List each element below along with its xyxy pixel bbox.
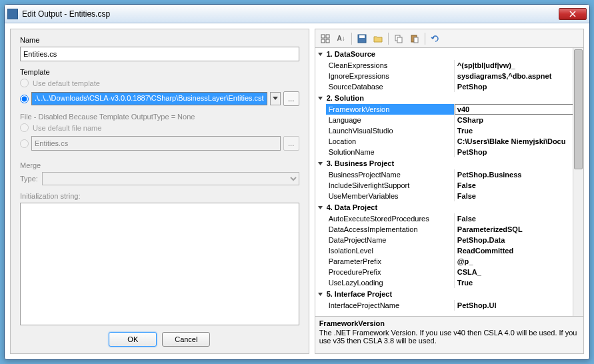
button-row: OK Cancel <box>20 332 299 347</box>
prop-parameterprefix[interactable]: ParameterPrefix <box>326 256 455 267</box>
undo-button[interactable] <box>428 31 443 46</box>
category-datasource[interactable]: 1. DataSource <box>315 48 583 60</box>
prop-cleanexpressions-value[interactable]: ^(sp|tbl|udf|vw)_ <box>455 60 583 71</box>
prop-launchvisualstudio[interactable]: LaunchVisualStudio <box>326 125 455 136</box>
prop-interfaceprojectname[interactable]: InterfaceProjectName <box>326 300 455 311</box>
window-title: Edit Output - Entities.csp <box>22 9 559 19</box>
collapse-icon[interactable] <box>317 291 324 298</box>
category-solution[interactable]: 2. Solution <box>315 92 583 104</box>
svg-rect-9 <box>414 37 418 43</box>
prop-uselazyloading[interactable]: UseLazyLoading <box>326 277 455 288</box>
template-path-radio[interactable] <box>20 95 29 103</box>
save-icon <box>357 34 367 43</box>
svg-rect-1 <box>326 35 329 38</box>
scrollbar[interactable] <box>573 48 583 316</box>
toolbar-separator <box>425 33 425 45</box>
name-input[interactable] <box>20 47 299 61</box>
template-dropdown[interactable] <box>270 92 281 105</box>
svg-rect-5 <box>359 35 365 38</box>
open-button[interactable] <box>371 31 385 46</box>
file-path-row: ... <box>20 136 299 151</box>
description-title: FrameworkVersion <box>319 319 579 327</box>
init-textarea <box>20 203 299 325</box>
prop-usemembervariables[interactable]: UseMemberVariables <box>326 191 455 201</box>
prop-uselazyloading-value[interactable]: True <box>455 277 583 288</box>
toolbar-separator <box>388 33 389 45</box>
collapse-icon[interactable] <box>317 204 324 211</box>
prop-procedureprefix[interactable]: ProcedurePrefix <box>326 267 455 277</box>
prop-cleanexpressions[interactable]: CleanExpressions <box>326 60 455 71</box>
prop-includesilverlight-value[interactable]: False <box>455 180 583 191</box>
prop-sourcedatabase-value[interactable]: PetShop <box>455 81 583 92</box>
prop-solutionname-value[interactable]: PetShop <box>455 147 583 157</box>
paste-button[interactable] <box>407 31 422 46</box>
categorized-icon <box>321 34 330 43</box>
prop-dataaccessimpl[interactable]: DataAccessImplementation <box>326 224 455 235</box>
prop-language[interactable]: Language <box>326 115 455 125</box>
prop-isolationlevel-value[interactable]: ReadCommitted <box>455 245 583 256</box>
close-button[interactable] <box>559 8 587 20</box>
property-grid[interactable]: 1. DataSource CleanExpressions^(sp|tbl|u… <box>315 48 583 316</box>
template-browse-button[interactable]: ... <box>283 91 299 106</box>
cancel-button[interactable]: Cancel <box>162 332 210 347</box>
svg-rect-0 <box>321 35 325 38</box>
scrollbar-thumb[interactable] <box>574 49 583 169</box>
prop-includesilverlight[interactable]: IncludeSilverlightSupport <box>326 180 455 191</box>
prop-interfaceprojectname-value[interactable]: PetShop.UI <box>455 300 583 311</box>
prop-parameterprefix-value[interactable]: @p_ <box>455 256 583 267</box>
prop-dataaccessimpl-value[interactable]: ParameterizedSQL <box>455 224 583 235</box>
prop-businessprojectname-value[interactable]: PetShop.Business <box>455 169 583 180</box>
file-section-label: File - Disabled Because Template OutputT… <box>20 113 299 121</box>
save-button[interactable] <box>355 31 369 46</box>
categorized-button[interactable] <box>318 31 333 46</box>
collapse-icon[interactable] <box>317 95 324 102</box>
category-dataproject[interactable]: 4. Data Project <box>315 201 583 213</box>
prop-dataprojectname[interactable]: DataProjectName <box>326 235 455 245</box>
chevron-down-icon <box>273 97 278 101</box>
collapse-icon[interactable] <box>317 51 324 58</box>
undo-icon <box>431 34 440 43</box>
prop-isolationlevel[interactable]: IsolationLevel <box>326 245 455 256</box>
prop-launchvisualstudio-value[interactable]: True <box>455 125 583 136</box>
prop-solutionname[interactable]: SolutionName <box>326 147 455 157</box>
prop-autoexecsp[interactable]: AutoExecuteStoredProcedures <box>326 213 455 224</box>
copy-button[interactable] <box>391 31 406 46</box>
use-default-template-row: Use default template <box>20 79 299 87</box>
prop-frameworkversion[interactable]: FrameworkVersion <box>326 104 455 115</box>
ellipsis-icon: ... <box>288 139 294 147</box>
use-default-file-radio <box>20 123 29 132</box>
prop-procedureprefix-value[interactable]: CSLA_ <box>455 267 583 277</box>
left-panel: Name Template Use default template .\..\… <box>10 29 309 354</box>
prop-sourcedatabase[interactable]: SourceDatabase <box>326 81 455 92</box>
template-path-input[interactable]: .\..\..\Downloads\CSLA-v3.0.0.1887\CShar… <box>31 92 267 105</box>
prop-language-value[interactable]: CSharp <box>455 115 583 125</box>
category-interfaceproject[interactable]: 5. Interface Project <box>315 288 583 300</box>
dialog-window: Edit Output - Entities.csp Name Template… <box>4 4 590 360</box>
app-icon <box>7 9 18 19</box>
prop-location-value[interactable]: C:\Users\Blake Niemyjski\Docu <box>455 136 583 147</box>
alphabetical-button[interactable]: A↓ <box>334 31 349 46</box>
use-default-template-radio <box>20 79 29 87</box>
category-businessproject[interactable]: 3. Business Project <box>315 157 583 169</box>
prop-dataprojectname-value[interactable]: PetShop.Data <box>455 235 583 245</box>
ok-button[interactable]: OK <box>109 332 157 347</box>
prop-frameworkversion-value[interactable]: v40 <box>455 104 583 115</box>
file-path-radio <box>20 139 29 148</box>
prop-ignoreexpressions[interactable]: IgnoreExpressions <box>326 71 455 81</box>
file-browse-button: ... <box>283 136 299 151</box>
svg-rect-3 <box>326 39 329 43</box>
file-path-input <box>31 136 281 151</box>
propgrid-toolbar: A↓ <box>315 29 583 48</box>
prop-location[interactable]: Location <box>326 136 455 147</box>
right-panel: A↓ 1. DataSource CleanExpressions^(sp|tb… <box>315 29 584 354</box>
prop-ignoreexpressions-value[interactable]: sysdiagrams$,^dbo.aspnet <box>455 71 583 81</box>
prop-usemembervariables-value[interactable]: False <box>455 191 583 201</box>
collapse-icon[interactable] <box>317 160 324 167</box>
folder-open-icon <box>373 34 383 43</box>
type-label: Type: <box>20 175 38 183</box>
type-row: Type: <box>20 172 299 185</box>
svg-rect-2 <box>321 39 325 43</box>
prop-autoexecsp-value[interactable]: False <box>455 213 583 224</box>
prop-businessprojectname[interactable]: BusinessProjectName <box>326 169 455 180</box>
merge-label: Merge <box>20 161 299 169</box>
